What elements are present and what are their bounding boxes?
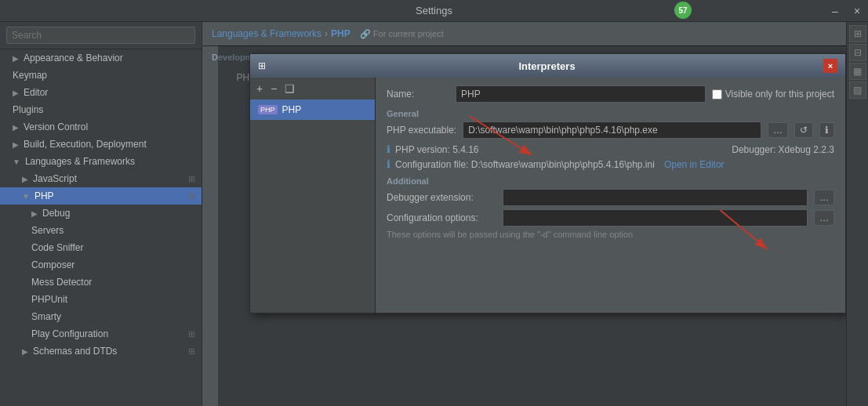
dialog-php-exec-label: PHP executable:	[387, 125, 456, 136]
dialog-debugger-ext-row: Debugger extension: …	[387, 189, 834, 206]
expand-arrow-icon: ▶	[22, 347, 28, 356]
dialog-body: + − ❑ PHP PHP Name:	[250, 78, 845, 313]
content-header: Languages & Frameworks › PHP 🔗 For curre…	[202, 22, 846, 46]
dialog-title-bar: ⊞ Interpreters ×	[250, 54, 845, 78]
expand-arrow-icon: ▶	[22, 175, 28, 183]
dialog-php-exec-info-btn[interactable]: ℹ	[819, 122, 834, 138]
dialog-title: Interpreters	[518, 60, 575, 72]
info-circle-icon: ℹ	[387, 143, 390, 155]
dialog-visible-only-checkbox[interactable]	[712, 89, 722, 100]
sidebar-icon-play: ⊞	[188, 329, 195, 339]
right-toolbar-btn1[interactable]: ⊞	[849, 25, 866, 42]
sidebar-icon-schemas: ⊞	[188, 346, 195, 357]
notification-badge: 57	[674, 2, 692, 19]
dialog-visible-only-label: Visible only for this project	[712, 89, 834, 100]
dialog-php-exec-browse-btn[interactable]: …	[768, 122, 788, 138]
sidebar-item-play-config[interactable]: Play Configuration ⊞	[0, 325, 202, 343]
sidebar-item-build[interactable]: ▶ Build, Execution, Deployment	[0, 136, 202, 153]
breadcrumb-parent[interactable]: Languages & Frameworks	[212, 28, 321, 39]
breadcrumb: Languages & Frameworks › PHP 🔗 For curre…	[212, 28, 837, 39]
right-toolbar-btn4[interactable]: ▨	[849, 82, 866, 99]
sidebar: ▶ Appearance & Behavior Keymap ▶ Editor …	[0, 22, 202, 406]
dialog-config-options-input[interactable]	[503, 209, 808, 227]
dialog-copy-btn[interactable]: ❑	[281, 81, 298, 96]
sidebar-item-smarty[interactable]: Smarty	[0, 308, 202, 325]
expand-arrow-icon: ▶	[13, 123, 19, 132]
expand-arrow-icon: ▶	[13, 54, 19, 63]
dialog-php-exec-input[interactable]	[463, 121, 761, 139]
dialog-name-row: Name: Visible only for this project	[387, 85, 834, 103]
title-bar: 57 Settings – ×	[0, 0, 868, 22]
search-input[interactable]	[6, 27, 195, 44]
main-layout: ▶ Appearance & Behavior Keymap ▶ Editor …	[0, 22, 868, 406]
dialog-hint-text: These options will be passed using the "…	[387, 230, 834, 239]
sidebar-icon-js: ⊞	[188, 174, 195, 184]
dialog-open-in-editor[interactable]: Open in Editor	[664, 159, 725, 170]
sidebar-item-keymap[interactable]: Keymap	[0, 67, 202, 84]
sidebar-item-composer[interactable]: Composer	[0, 256, 202, 274]
sidebar-item-php[interactable]: ▼ PHP ⊞	[0, 187, 202, 205]
dialog-name-label: Name:	[387, 89, 449, 100]
sidebar-item-languages[interactable]: ▼ Languages & Frameworks	[0, 153, 202, 170]
right-toolbar-btn3[interactable]: ▦	[849, 63, 866, 80]
expand-arrow-icon: ▼	[13, 158, 20, 166]
dialog-close-button[interactable]: ×	[823, 59, 837, 73]
dialog-additional-title: Additional	[387, 176, 834, 186]
dialog-remove-btn[interactable]: −	[267, 81, 280, 96]
close-button[interactable]: ×	[846, 0, 868, 22]
dialog-logo-icon: ⊞	[258, 60, 266, 71]
sidebar-item-code-sniffer[interactable]: Code Sniffer	[0, 239, 202, 256]
dialog-php-version: PHP version: 5.4.16	[395, 144, 479, 155]
dialog-php-version-row: ℹ PHP version: 5.4.16 Debugger: Xdebug 2…	[387, 143, 834, 155]
dialog-overlay: ⊞ Interpreters × + − ❑ PHP	[218, 45, 846, 406]
sidebar-item-schemas[interactable]: ▶ Schemas and DTDs ⊞	[0, 343, 202, 360]
dialog-debugger-ext-browse-btn[interactable]: …	[814, 190, 834, 205]
dialog-debugger-ext-input[interactable]	[503, 189, 808, 206]
right-toolbar-btn2[interactable]: ⊟	[849, 44, 866, 61]
dialog-debugger-info: Debugger: Xdebug 2.2.3	[732, 144, 834, 155]
sidebar-item-appearance[interactable]: ▶ Appearance & Behavior	[0, 49, 202, 67]
sidebar-item-javascript[interactable]: ▶ JavaScript ⊞	[0, 170, 202, 187]
sidebar-item-mess-detector[interactable]: Mess Detector	[0, 274, 202, 291]
dialog-list-item-php[interactable]: PHP PHP	[250, 100, 375, 120]
breadcrumb-current: PHP	[331, 28, 350, 39]
dialog-debugger-ext-label: Debugger extension:	[387, 192, 496, 203]
dialog-right-panel: Name: Visible only for this project Gene…	[376, 78, 845, 313]
php-item-icon: PHP	[258, 105, 278, 114]
content-area: Languages & Frameworks › PHP 🔗 For curre…	[202, 22, 846, 406]
sidebar-item-version-control[interactable]: ▶ Version Control	[0, 118, 202, 136]
sidebar-item-phpunit[interactable]: PHPUnit	[0, 291, 202, 308]
search-box	[0, 22, 202, 49]
window-title: Settings	[416, 5, 452, 16]
sidebar-item-debug[interactable]: ▶ Debug	[0, 205, 202, 222]
dialog-php-exec-refresh-btn[interactable]: ↺	[794, 122, 813, 138]
minimize-button[interactable]: –	[824, 0, 846, 22]
title-bar-controls: – ×	[824, 0, 868, 21]
dialog-list-php-label: PHP	[282, 104, 302, 115]
breadcrumb-separator: ›	[325, 28, 328, 39]
dialog-php-exec-row: PHP executable: … ↺ ℹ	[387, 121, 834, 139]
dialog-config-file-row: ℹ Configuration file: D:\software\wamp\b…	[387, 158, 834, 170]
expand-arrow-icon: ▼	[22, 192, 30, 201]
project-note: 🔗 For current project	[360, 29, 444, 39]
dialog-config-options-row: Configuration options: …	[387, 209, 834, 227]
dialog-general-title: General	[387, 109, 834, 118]
sidebar-item-servers[interactable]: Servers	[0, 222, 202, 239]
expand-arrow-icon: ▶	[13, 89, 19, 97]
right-toolbar: ⊞ ⊟ ▦ ▨	[846, 22, 868, 406]
dialog-list-toolbar: + − ❑	[250, 78, 375, 100]
sidebar-item-plugins[interactable]: Plugins	[0, 101, 202, 118]
dialog-config-options-label: Configuration options:	[387, 212, 496, 223]
dialog-left-panel: + − ❑ PHP PHP	[250, 78, 376, 313]
dialog-add-btn[interactable]: +	[253, 81, 266, 96]
info-circle-icon2: ℹ	[387, 158, 390, 170]
expand-arrow-icon: ▶	[13, 140, 19, 149]
dialog-config-file: Configuration file: D:\software\wamp\bin…	[395, 159, 655, 170]
expand-arrow-icon: ▶	[31, 209, 38, 218]
dialog-config-options-browse-btn[interactable]: …	[814, 210, 834, 226]
interpreters-dialog: ⊞ Interpreters × + − ❑ PHP	[249, 53, 846, 314]
sidebar-icon-php: ⊞	[188, 191, 195, 201]
dialog-name-input[interactable]	[456, 85, 706, 103]
sidebar-item-editor[interactable]: ▶ Editor	[0, 84, 202, 101]
